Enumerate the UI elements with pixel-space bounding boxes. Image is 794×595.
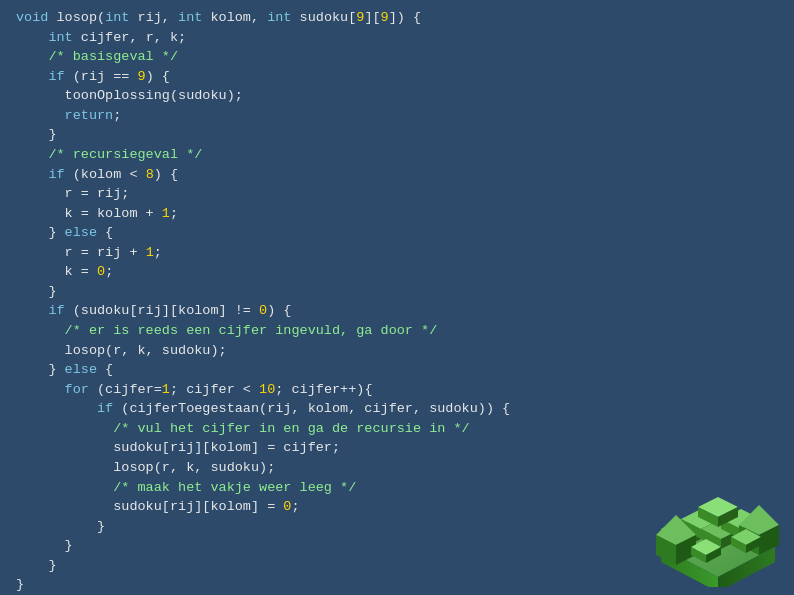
maze-decoration [651, 487, 786, 587]
code-editor: void losop(int rij, int kolom, int sudok… [0, 0, 794, 595]
